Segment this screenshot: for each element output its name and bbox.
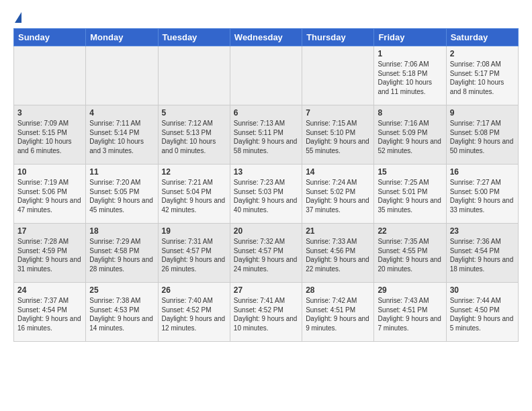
day-number: 15 xyxy=(378,167,442,177)
day-cell xyxy=(14,46,86,105)
day-info: Sunrise: 7:11 AM Sunset: 5:14 PM Dayligh… xyxy=(89,119,154,155)
col-header-saturday: Saturday xyxy=(446,29,518,46)
day-info: Sunrise: 7:29 AM Sunset: 4:58 PM Dayligh… xyxy=(89,237,154,273)
day-cell: 17Sunrise: 7:28 AM Sunset: 4:59 PM Dayli… xyxy=(14,224,86,283)
day-info: Sunrise: 7:24 AM Sunset: 5:02 PM Dayligh… xyxy=(306,178,370,214)
day-info: Sunrise: 7:28 AM Sunset: 4:59 PM Dayligh… xyxy=(17,237,82,273)
day-number: 14 xyxy=(306,167,370,177)
day-cell: 12Sunrise: 7:21 AM Sunset: 5:04 PM Dayli… xyxy=(158,165,230,224)
col-header-tuesday: Tuesday xyxy=(158,29,230,46)
day-number: 7 xyxy=(306,108,370,118)
day-info: Sunrise: 7:40 AM Sunset: 4:52 PM Dayligh… xyxy=(162,296,226,332)
day-number: 4 xyxy=(89,108,154,118)
day-info: Sunrise: 7:23 AM Sunset: 5:03 PM Dayligh… xyxy=(234,178,298,214)
day-number: 2 xyxy=(450,49,515,58)
day-cell xyxy=(158,46,230,105)
day-number: 29 xyxy=(378,285,442,295)
day-cell: 28Sunrise: 7:42 AM Sunset: 4:51 PM Dayli… xyxy=(302,283,374,342)
week-row-1: 1Sunrise: 7:06 AM Sunset: 5:18 PM Daylig… xyxy=(14,46,519,105)
day-info: Sunrise: 7:16 AM Sunset: 5:09 PM Dayligh… xyxy=(378,119,442,155)
day-number: 19 xyxy=(162,226,226,236)
day-info: Sunrise: 7:32 AM Sunset: 4:57 PM Dayligh… xyxy=(234,237,298,273)
col-header-sunday: Sunday xyxy=(14,29,86,46)
day-number: 28 xyxy=(306,285,370,295)
day-cell: 2Sunrise: 7:08 AM Sunset: 5:17 PM Daylig… xyxy=(446,46,518,105)
day-info: Sunrise: 7:44 AM Sunset: 4:50 PM Dayligh… xyxy=(450,296,515,332)
col-header-friday: Friday xyxy=(374,29,446,46)
day-info: Sunrise: 7:12 AM Sunset: 5:13 PM Dayligh… xyxy=(162,119,226,155)
day-number: 13 xyxy=(234,167,298,177)
day-cell: 25Sunrise: 7:38 AM Sunset: 4:53 PM Dayli… xyxy=(86,283,158,342)
day-info: Sunrise: 7:25 AM Sunset: 5:01 PM Dayligh… xyxy=(378,178,442,214)
day-info: Sunrise: 7:41 AM Sunset: 4:52 PM Dayligh… xyxy=(234,296,298,332)
day-info: Sunrise: 7:13 AM Sunset: 5:11 PM Dayligh… xyxy=(234,119,298,155)
day-info: Sunrise: 7:37 AM Sunset: 4:54 PM Dayligh… xyxy=(17,296,82,332)
day-info: Sunrise: 7:27 AM Sunset: 5:00 PM Dayligh… xyxy=(450,178,515,214)
day-number: 18 xyxy=(89,226,154,236)
day-cell: 3Sunrise: 7:09 AM Sunset: 5:15 PM Daylig… xyxy=(14,105,86,165)
day-info: Sunrise: 7:06 AM Sunset: 5:18 PM Dayligh… xyxy=(378,60,442,96)
col-header-thursday: Thursday xyxy=(302,29,374,46)
day-cell: 9Sunrise: 7:17 AM Sunset: 5:08 PM Daylig… xyxy=(446,105,518,165)
day-number: 8 xyxy=(378,108,442,118)
day-cell: 7Sunrise: 7:15 AM Sunset: 5:10 PM Daylig… xyxy=(302,105,374,165)
day-info: Sunrise: 7:08 AM Sunset: 5:17 PM Dayligh… xyxy=(450,60,515,96)
day-number: 3 xyxy=(17,108,82,118)
day-cell: 30Sunrise: 7:44 AM Sunset: 4:50 PM Dayli… xyxy=(446,283,518,342)
day-cell: 16Sunrise: 7:27 AM Sunset: 5:00 PM Dayli… xyxy=(446,165,518,224)
day-info: Sunrise: 7:42 AM Sunset: 4:51 PM Dayligh… xyxy=(306,296,370,332)
day-number: 12 xyxy=(162,167,226,177)
day-cell: 11Sunrise: 7:20 AM Sunset: 5:05 PM Dayli… xyxy=(86,165,158,224)
day-number: 30 xyxy=(450,285,515,295)
day-info: Sunrise: 7:38 AM Sunset: 4:53 PM Dayligh… xyxy=(89,296,154,332)
day-info: Sunrise: 7:33 AM Sunset: 4:56 PM Dayligh… xyxy=(306,237,370,273)
day-number: 11 xyxy=(89,167,154,177)
day-number: 22 xyxy=(378,226,442,236)
day-info: Sunrise: 7:09 AM Sunset: 5:15 PM Dayligh… xyxy=(17,119,82,155)
calendar-header-row: SundayMondayTuesdayWednesdayThursdayFrid… xyxy=(14,29,519,46)
day-cell: 23Sunrise: 7:36 AM Sunset: 4:54 PM Dayli… xyxy=(446,224,518,283)
day-cell xyxy=(302,46,374,105)
day-number: 27 xyxy=(234,285,298,295)
day-number: 5 xyxy=(162,108,226,118)
day-cell: 13Sunrise: 7:23 AM Sunset: 5:03 PM Dayli… xyxy=(230,165,302,224)
day-info: Sunrise: 7:21 AM Sunset: 5:04 PM Dayligh… xyxy=(162,178,226,214)
day-cell: 22Sunrise: 7:35 AM Sunset: 4:55 PM Dayli… xyxy=(374,224,446,283)
col-header-monday: Monday xyxy=(86,29,158,46)
day-cell: 18Sunrise: 7:29 AM Sunset: 4:58 PM Dayli… xyxy=(86,224,158,283)
day-cell: 27Sunrise: 7:41 AM Sunset: 4:52 PM Dayli… xyxy=(230,283,302,342)
day-number: 26 xyxy=(162,285,226,295)
day-info: Sunrise: 7:15 AM Sunset: 5:10 PM Dayligh… xyxy=(306,119,370,155)
logo-triangle-icon xyxy=(15,12,21,23)
day-cell: 15Sunrise: 7:25 AM Sunset: 5:01 PM Dayli… xyxy=(374,165,446,224)
day-number: 24 xyxy=(17,285,82,295)
day-cell: 19Sunrise: 7:31 AM Sunset: 4:57 PM Dayli… xyxy=(158,224,230,283)
day-info: Sunrise: 7:20 AM Sunset: 5:05 PM Dayligh… xyxy=(89,178,154,214)
day-info: Sunrise: 7:17 AM Sunset: 5:08 PM Dayligh… xyxy=(450,119,515,155)
day-cell: 20Sunrise: 7:32 AM Sunset: 4:57 PM Dayli… xyxy=(230,224,302,283)
header xyxy=(13,11,519,23)
day-info: Sunrise: 7:35 AM Sunset: 4:55 PM Dayligh… xyxy=(378,237,442,273)
day-cell: 8Sunrise: 7:16 AM Sunset: 5:09 PM Daylig… xyxy=(374,105,446,165)
day-cell: 24Sunrise: 7:37 AM Sunset: 4:54 PM Dayli… xyxy=(14,283,86,342)
day-number: 25 xyxy=(89,285,154,295)
day-number: 1 xyxy=(378,49,442,58)
day-cell xyxy=(230,46,302,105)
day-cell: 4Sunrise: 7:11 AM Sunset: 5:14 PM Daylig… xyxy=(86,105,158,165)
calendar: SundayMondayTuesdayWednesdayThursdayFrid… xyxy=(13,28,519,342)
week-row-3: 10Sunrise: 7:19 AM Sunset: 5:06 PM Dayli… xyxy=(14,165,519,224)
day-info: Sunrise: 7:31 AM Sunset: 4:57 PM Dayligh… xyxy=(162,237,226,273)
day-cell: 29Sunrise: 7:43 AM Sunset: 4:51 PM Dayli… xyxy=(374,283,446,342)
day-cell: 21Sunrise: 7:33 AM Sunset: 4:56 PM Dayli… xyxy=(302,224,374,283)
day-cell: 26Sunrise: 7:40 AM Sunset: 4:52 PM Dayli… xyxy=(158,283,230,342)
day-info: Sunrise: 7:36 AM Sunset: 4:54 PM Dayligh… xyxy=(450,237,515,273)
week-row-4: 17Sunrise: 7:28 AM Sunset: 4:59 PM Dayli… xyxy=(14,224,519,283)
day-number: 6 xyxy=(234,108,298,118)
col-header-wednesday: Wednesday xyxy=(230,29,302,46)
logo xyxy=(13,13,21,23)
day-number: 17 xyxy=(17,226,82,236)
page: SundayMondayTuesdayWednesdayThursdayFrid… xyxy=(0,0,532,350)
day-number: 9 xyxy=(450,108,515,118)
week-row-2: 3Sunrise: 7:09 AM Sunset: 5:15 PM Daylig… xyxy=(14,105,519,165)
day-info: Sunrise: 7:19 AM Sunset: 5:06 PM Dayligh… xyxy=(17,178,82,214)
